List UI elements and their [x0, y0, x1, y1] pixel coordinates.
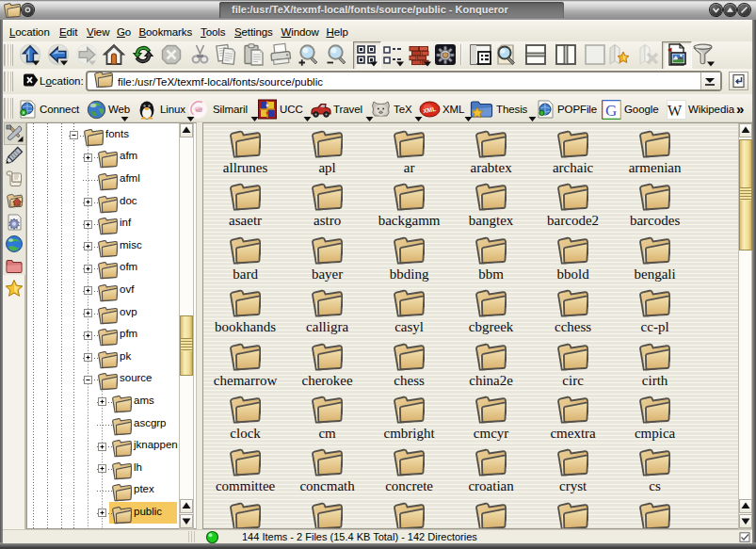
svg-text:G: G: [605, 102, 617, 120]
svg-text:sil: sil: [196, 106, 202, 114]
svg-text:W: W: [668, 103, 683, 119]
